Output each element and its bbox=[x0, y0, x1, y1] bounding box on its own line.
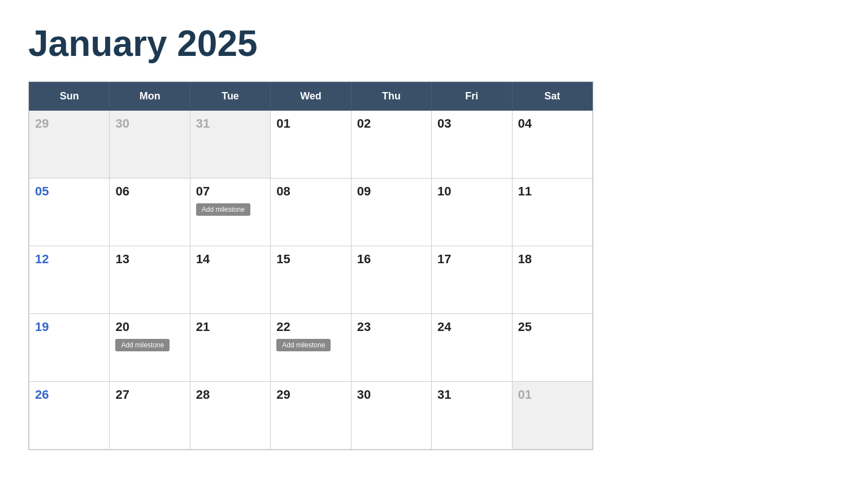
calendar-cell: 01 bbox=[512, 382, 592, 450]
header-day-thu: Thu bbox=[351, 82, 431, 111]
day-number: 01 bbox=[276, 116, 290, 130]
day-number: 24 bbox=[437, 320, 451, 334]
add-milestone-button[interactable]: Add milestone bbox=[196, 203, 250, 216]
day-number: 09 bbox=[357, 184, 371, 198]
day-number: 30 bbox=[357, 387, 371, 402]
calendar-cell: 10 bbox=[432, 178, 512, 246]
header-row: SunMonTueWedThuFriSat bbox=[29, 82, 593, 111]
calendar-week-0: 29303101020304 bbox=[29, 111, 593, 178]
day-number: 26 bbox=[35, 387, 49, 402]
day-number: 30 bbox=[115, 116, 129, 130]
calendar-week-3: 1920Add milestone2122Add milestone232425 bbox=[29, 314, 593, 382]
day-number: 14 bbox=[196, 252, 210, 266]
calendar-cell: 04 bbox=[512, 111, 592, 178]
header-day-mon: Mon bbox=[110, 82, 190, 111]
day-number: 31 bbox=[437, 387, 451, 402]
calendar-cell: 03 bbox=[432, 111, 512, 178]
day-number: 08 bbox=[276, 184, 290, 198]
header-day-fri: Fri bbox=[432, 82, 512, 111]
calendar-cell: 06 bbox=[110, 178, 190, 246]
calendar-cell: 09 bbox=[351, 178, 431, 246]
calendar-cell: 19 bbox=[29, 314, 110, 382]
calendar-cell: 18 bbox=[512, 246, 592, 314]
calendar-cell: 27 bbox=[110, 382, 190, 450]
calendar-cell: 29 bbox=[29, 111, 110, 178]
header-day-tue: Tue bbox=[190, 82, 270, 111]
calendar-cell: 05 bbox=[29, 178, 110, 246]
calendar-cell: 02 bbox=[351, 111, 431, 178]
calendar-cell: 20Add milestone bbox=[110, 314, 190, 382]
day-number: 19 bbox=[35, 320, 49, 334]
add-milestone-button[interactable]: Add milestone bbox=[115, 339, 170, 351]
day-number: 27 bbox=[115, 387, 129, 402]
header-day-wed: Wed bbox=[271, 82, 351, 111]
day-number: 02 bbox=[357, 116, 371, 130]
header-day-sat: Sat bbox=[512, 82, 592, 111]
day-number: 22 bbox=[276, 320, 290, 334]
day-number: 31 bbox=[196, 116, 210, 130]
calendar-cell: 11 bbox=[512, 178, 592, 246]
day-number: 23 bbox=[357, 320, 371, 334]
calendar-table: SunMonTueWedThuFriSat 293031010203040506… bbox=[29, 82, 593, 450]
calendar-cell: 14 bbox=[190, 246, 270, 314]
calendar-cell: 12 bbox=[29, 246, 110, 314]
day-number: 13 bbox=[115, 252, 129, 266]
day-number: 17 bbox=[437, 252, 451, 266]
day-number: 03 bbox=[437, 116, 451, 130]
day-number: 16 bbox=[357, 252, 371, 266]
calendar-cell: 23 bbox=[351, 314, 431, 382]
calendar-cell: 29 bbox=[271, 382, 351, 450]
day-number: 07 bbox=[196, 184, 210, 198]
day-number: 21 bbox=[196, 320, 210, 334]
calendar-cell: 25 bbox=[512, 314, 592, 382]
calendar-cell: 16 bbox=[351, 246, 431, 314]
header-day-sun: Sun bbox=[29, 82, 110, 111]
day-number: 15 bbox=[276, 252, 290, 266]
calendar-cell: 31 bbox=[190, 111, 270, 178]
calendar-cell: 08 bbox=[271, 178, 351, 246]
calendar-week-4: 26272829303101 bbox=[29, 382, 593, 450]
calendar-cell: 07Add milestone bbox=[190, 178, 270, 246]
day-number: 29 bbox=[276, 387, 290, 402]
day-number: 05 bbox=[35, 184, 49, 198]
calendar-cell: 21 bbox=[190, 314, 270, 382]
page-title: January 2025 bbox=[28, 23, 840, 64]
calendar-header: SunMonTueWedThuFriSat bbox=[29, 82, 593, 111]
day-number: 11 bbox=[518, 184, 532, 198]
add-milestone-button[interactable]: Add milestone bbox=[276, 339, 331, 351]
calendar-cell: 17 bbox=[432, 246, 512, 314]
day-number: 10 bbox=[437, 184, 451, 198]
calendar-cell: 30 bbox=[351, 382, 431, 450]
calendar-cell: 13 bbox=[110, 246, 190, 314]
day-number: 12 bbox=[35, 252, 49, 266]
day-number: 28 bbox=[196, 387, 210, 402]
day-number: 20 bbox=[115, 320, 129, 334]
calendar-cell: 15 bbox=[271, 246, 351, 314]
calendar-cell: 01 bbox=[271, 111, 351, 178]
calendar: SunMonTueWedThuFriSat 293031010203040506… bbox=[28, 81, 593, 450]
calendar-cell: 28 bbox=[190, 382, 270, 450]
day-number: 06 bbox=[115, 184, 129, 198]
calendar-week-1: 050607Add milestone08091011 bbox=[29, 178, 593, 246]
calendar-cell: 26 bbox=[29, 382, 110, 450]
day-number: 04 bbox=[518, 116, 532, 130]
day-number: 18 bbox=[518, 252, 532, 266]
day-number: 29 bbox=[35, 116, 49, 130]
calendar-cell: 22Add milestone bbox=[271, 314, 351, 382]
day-number: 01 bbox=[518, 387, 532, 402]
calendar-week-2: 12131415161718 bbox=[29, 246, 593, 314]
calendar-body: 29303101020304050607Add milestone0809101… bbox=[29, 111, 593, 450]
calendar-cell: 31 bbox=[432, 382, 512, 450]
calendar-cell: 30 bbox=[110, 111, 190, 178]
day-number: 25 bbox=[518, 320, 532, 334]
calendar-cell: 24 bbox=[432, 314, 512, 382]
